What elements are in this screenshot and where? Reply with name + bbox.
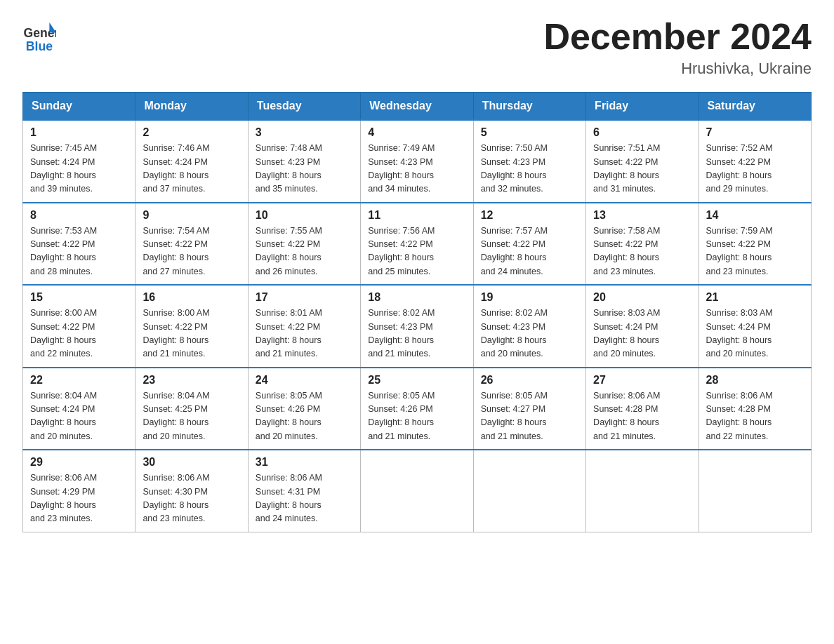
day-number: 6 xyxy=(593,126,691,139)
calendar-cell: 14Sunrise: 7:59 AMSunset: 4:22 PMDayligh… xyxy=(699,203,811,286)
day-header-thursday: Thursday xyxy=(473,93,585,121)
title-section: December 2024 Hrushivka, Ukraine xyxy=(543,17,812,78)
day-header-saturday: Saturday xyxy=(699,93,811,121)
calendar-cell xyxy=(473,450,585,532)
month-title: December 2024 xyxy=(543,17,812,57)
day-number: 10 xyxy=(256,209,353,222)
calendar-cell: 4Sunrise: 7:49 AMSunset: 4:23 PMDaylight… xyxy=(361,120,473,203)
day-number: 2 xyxy=(143,126,240,139)
calendar-cell: 3Sunrise: 7:48 AMSunset: 4:23 PMDaylight… xyxy=(248,120,360,203)
calendar-cell: 8Sunrise: 7:53 AMSunset: 4:22 PMDaylight… xyxy=(23,203,135,286)
week-row-1: 1Sunrise: 7:45 AMSunset: 4:24 PMDaylight… xyxy=(23,120,812,203)
day-info: Sunrise: 7:55 AMSunset: 4:22 PMDaylight:… xyxy=(256,224,353,279)
day-info: Sunrise: 7:58 AMSunset: 4:22 PMDaylight:… xyxy=(593,224,691,279)
day-info: Sunrise: 8:05 AMSunset: 4:27 PMDaylight:… xyxy=(481,389,578,444)
calendar-cell: 26Sunrise: 8:05 AMSunset: 4:27 PMDayligh… xyxy=(473,368,585,450)
day-info: Sunrise: 7:49 AMSunset: 4:23 PMDaylight:… xyxy=(368,142,465,196)
day-header-monday: Monday xyxy=(135,93,248,121)
day-info: Sunrise: 7:59 AMSunset: 4:22 PMDaylight:… xyxy=(706,224,804,279)
calendar-cell: 19Sunrise: 8:02 AMSunset: 4:23 PMDayligh… xyxy=(473,285,585,368)
calendar-cell: 6Sunrise: 7:51 AMSunset: 4:22 PMDaylight… xyxy=(586,120,699,203)
day-info: Sunrise: 8:02 AMSunset: 4:23 PMDaylight:… xyxy=(481,307,578,361)
day-info: Sunrise: 8:02 AMSunset: 4:23 PMDaylight:… xyxy=(368,307,465,361)
week-row-3: 15Sunrise: 8:00 AMSunset: 4:22 PMDayligh… xyxy=(23,285,812,368)
day-info: Sunrise: 7:51 AMSunset: 4:22 PMDaylight:… xyxy=(593,142,691,196)
calendar-cell: 17Sunrise: 8:01 AMSunset: 4:22 PMDayligh… xyxy=(248,285,360,368)
calendar-cell: 21Sunrise: 8:03 AMSunset: 4:24 PMDayligh… xyxy=(699,285,811,368)
day-info: Sunrise: 8:04 AMSunset: 4:24 PMDaylight:… xyxy=(30,389,128,444)
calendar-cell xyxy=(586,450,699,532)
week-row-5: 29Sunrise: 8:06 AMSunset: 4:29 PMDayligh… xyxy=(23,450,812,532)
calendar-cell: 27Sunrise: 8:06 AMSunset: 4:28 PMDayligh… xyxy=(586,368,699,450)
day-info: Sunrise: 7:57 AMSunset: 4:22 PMDaylight:… xyxy=(481,224,578,279)
calendar-cell: 20Sunrise: 8:03 AMSunset: 4:24 PMDayligh… xyxy=(586,285,699,368)
day-number: 19 xyxy=(481,291,578,304)
day-number: 3 xyxy=(256,126,353,139)
day-info: Sunrise: 8:01 AMSunset: 4:22 PMDaylight:… xyxy=(256,307,353,361)
calendar-cell: 12Sunrise: 7:57 AMSunset: 4:22 PMDayligh… xyxy=(473,203,585,286)
day-number: 17 xyxy=(256,291,353,304)
calendar-cell: 5Sunrise: 7:50 AMSunset: 4:23 PMDaylight… xyxy=(473,120,585,203)
day-number: 9 xyxy=(143,209,240,222)
day-info: Sunrise: 7:45 AMSunset: 4:24 PMDaylight:… xyxy=(30,142,128,196)
day-number: 23 xyxy=(143,374,240,387)
day-number: 25 xyxy=(368,374,465,387)
calendar-cell: 31Sunrise: 8:06 AMSunset: 4:31 PMDayligh… xyxy=(248,450,360,532)
day-info: Sunrise: 8:04 AMSunset: 4:25 PMDaylight:… xyxy=(143,389,240,444)
day-number: 13 xyxy=(593,209,691,222)
day-info: Sunrise: 8:05 AMSunset: 4:26 PMDaylight:… xyxy=(368,389,465,444)
day-info: Sunrise: 7:54 AMSunset: 4:22 PMDaylight:… xyxy=(143,224,240,279)
calendar-cell: 10Sunrise: 7:55 AMSunset: 4:22 PMDayligh… xyxy=(248,203,360,286)
day-info: Sunrise: 8:06 AMSunset: 4:28 PMDaylight:… xyxy=(706,389,804,444)
calendar-cell: 22Sunrise: 8:04 AMSunset: 4:24 PMDayligh… xyxy=(23,368,135,450)
calendar-cell: 29Sunrise: 8:06 AMSunset: 4:29 PMDayligh… xyxy=(23,450,135,532)
day-number: 15 xyxy=(30,291,128,304)
calendar-cell: 18Sunrise: 8:02 AMSunset: 4:23 PMDayligh… xyxy=(361,285,473,368)
day-info: Sunrise: 8:05 AMSunset: 4:26 PMDaylight:… xyxy=(256,389,353,444)
day-number: 22 xyxy=(30,374,128,387)
day-number: 18 xyxy=(368,291,465,304)
day-number: 20 xyxy=(593,291,691,304)
day-header-tuesday: Tuesday xyxy=(248,93,360,121)
calendar-table: SundayMondayTuesdayWednesdayThursdayFrid… xyxy=(22,92,812,532)
day-info: Sunrise: 8:00 AMSunset: 4:22 PMDaylight:… xyxy=(143,307,240,361)
calendar-header-row: SundayMondayTuesdayWednesdayThursdayFrid… xyxy=(23,93,812,121)
day-number: 4 xyxy=(368,126,465,139)
day-header-friday: Friday xyxy=(586,93,699,121)
week-row-4: 22Sunrise: 8:04 AMSunset: 4:24 PMDayligh… xyxy=(23,368,812,450)
page-header: General Blue December 2024 Hrushivka, Uk… xyxy=(22,17,812,78)
day-info: Sunrise: 7:52 AMSunset: 4:22 PMDaylight:… xyxy=(706,142,804,196)
calendar-cell: 9Sunrise: 7:54 AMSunset: 4:22 PMDaylight… xyxy=(135,203,248,286)
calendar-cell: 28Sunrise: 8:06 AMSunset: 4:28 PMDayligh… xyxy=(699,368,811,450)
calendar-cell: 25Sunrise: 8:05 AMSunset: 4:26 PMDayligh… xyxy=(361,368,473,450)
calendar-cell: 16Sunrise: 8:00 AMSunset: 4:22 PMDayligh… xyxy=(135,285,248,368)
calendar-cell: 30Sunrise: 8:06 AMSunset: 4:30 PMDayligh… xyxy=(135,450,248,532)
day-number: 1 xyxy=(30,126,128,139)
day-info: Sunrise: 8:06 AMSunset: 4:31 PMDaylight:… xyxy=(256,471,353,526)
day-number: 28 xyxy=(706,374,804,387)
week-row-2: 8Sunrise: 7:53 AMSunset: 4:22 PMDaylight… xyxy=(23,203,812,286)
calendar-cell: 7Sunrise: 7:52 AMSunset: 4:22 PMDaylight… xyxy=(699,120,811,203)
day-info: Sunrise: 8:00 AMSunset: 4:22 PMDaylight:… xyxy=(30,307,128,361)
day-number: 5 xyxy=(481,126,578,139)
day-header-sunday: Sunday xyxy=(23,93,135,121)
day-header-wednesday: Wednesday xyxy=(361,93,473,121)
day-info: Sunrise: 8:06 AMSunset: 4:29 PMDaylight:… xyxy=(30,471,128,526)
calendar-cell: 15Sunrise: 8:00 AMSunset: 4:22 PMDayligh… xyxy=(23,285,135,368)
day-number: 21 xyxy=(706,291,804,304)
day-number: 11 xyxy=(368,209,465,222)
day-number: 27 xyxy=(593,374,691,387)
calendar-cell: 1Sunrise: 7:45 AMSunset: 4:24 PMDaylight… xyxy=(23,120,135,203)
calendar-cell: 11Sunrise: 7:56 AMSunset: 4:22 PMDayligh… xyxy=(361,203,473,286)
svg-text:Blue: Blue xyxy=(26,39,53,53)
day-number: 26 xyxy=(481,374,578,387)
calendar-cell xyxy=(699,450,811,532)
logo-icon: General Blue xyxy=(22,17,56,56)
day-info: Sunrise: 7:50 AMSunset: 4:23 PMDaylight:… xyxy=(481,142,578,196)
day-number: 29 xyxy=(30,456,128,469)
day-info: Sunrise: 7:53 AMSunset: 4:22 PMDaylight:… xyxy=(30,224,128,279)
day-number: 7 xyxy=(706,126,804,139)
day-info: Sunrise: 7:46 AMSunset: 4:24 PMDaylight:… xyxy=(143,142,240,196)
day-number: 16 xyxy=(143,291,240,304)
day-info: Sunrise: 8:06 AMSunset: 4:28 PMDaylight:… xyxy=(593,389,691,444)
